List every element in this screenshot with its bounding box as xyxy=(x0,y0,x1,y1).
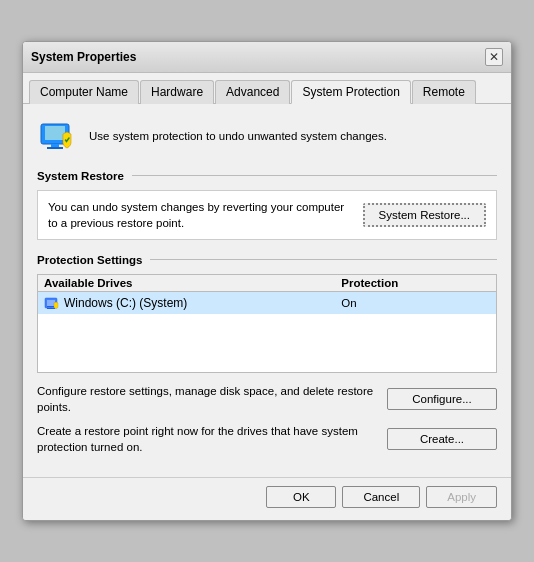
protection-settings-label-row: Protection Settings xyxy=(37,254,497,266)
create-description: Create a restore point right now for the… xyxy=(37,423,377,455)
drives-table-header: Available Drives Protection xyxy=(38,275,496,292)
close-button[interactable]: ✕ xyxy=(485,48,503,66)
drives-table-body: Windows (C:) (System) On xyxy=(38,292,496,372)
svg-rect-3 xyxy=(47,147,63,149)
col-protection: Protection xyxy=(341,277,490,289)
configure-description: Configure restore settings, manage disk … xyxy=(37,383,377,415)
tab-content: Use system protection to undo unwanted s… xyxy=(23,104,511,478)
title-bar: System Properties ✕ xyxy=(23,42,511,73)
drive-name-cell: Windows (C:) (System) xyxy=(44,295,341,311)
svg-rect-1 xyxy=(45,126,65,140)
system-restore-label-row: System Restore xyxy=(37,170,497,182)
system-properties-window: System Properties ✕ Computer Name Hardwa… xyxy=(22,41,512,522)
svg-rect-2 xyxy=(51,144,59,147)
header-description: Use system protection to undo unwanted s… xyxy=(89,128,387,144)
section-divider-2 xyxy=(150,259,497,260)
create-button[interactable]: Create... xyxy=(387,428,497,450)
tab-advanced[interactable]: Advanced xyxy=(215,80,290,104)
system-restore-box: You can undo system changes by reverting… xyxy=(37,190,497,240)
ok-button[interactable]: OK xyxy=(266,486,336,508)
col-available-drives: Available Drives xyxy=(44,277,341,289)
configure-row: Configure restore settings, manage disk … xyxy=(37,383,497,415)
header-section: Use system protection to undo unwanted s… xyxy=(37,116,497,156)
tab-remote[interactable]: Remote xyxy=(412,80,476,104)
system-protection-icon xyxy=(37,116,77,156)
apply-button[interactable]: Apply xyxy=(426,486,497,508)
window-title: System Properties xyxy=(31,50,136,64)
cancel-button[interactable]: Cancel xyxy=(342,486,420,508)
drives-table: Available Drives Protection xyxy=(37,274,497,373)
protection-settings-section: Protection Settings Available Drives Pro… xyxy=(37,254,497,455)
table-row[interactable]: Windows (C:) (System) On xyxy=(38,292,496,314)
section-divider xyxy=(132,175,497,176)
svg-rect-6 xyxy=(47,306,55,307)
system-restore-label: System Restore xyxy=(37,170,124,182)
create-row: Create a restore point right now for the… xyxy=(37,423,497,455)
protection-settings-label: Protection Settings xyxy=(37,254,142,266)
system-restore-button[interactable]: System Restore... xyxy=(363,203,486,227)
configure-button[interactable]: Configure... xyxy=(387,388,497,410)
system-restore-section: System Restore You can undo system chang… xyxy=(37,170,497,240)
tab-computer-name[interactable]: Computer Name xyxy=(29,80,139,104)
tab-hardware[interactable]: Hardware xyxy=(140,80,214,104)
tab-bar: Computer Name Hardware Advanced System P… xyxy=(23,73,511,104)
drive-icon xyxy=(44,295,60,311)
system-restore-description: You can undo system changes by reverting… xyxy=(48,199,353,231)
svg-rect-9 xyxy=(47,308,55,309)
svg-rect-5 xyxy=(47,300,55,306)
drive-protection-cell: On xyxy=(341,297,490,309)
tab-system-protection[interactable]: System Protection xyxy=(291,80,410,104)
footer: OK Cancel Apply xyxy=(23,477,511,520)
